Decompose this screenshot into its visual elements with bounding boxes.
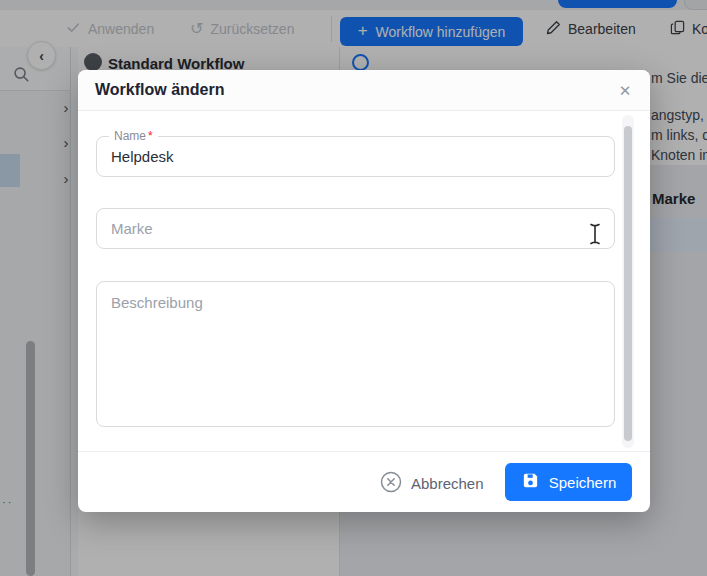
close-icon[interactable]: ✕	[614, 80, 636, 102]
edit-workflow-dialog: Workflow ändern ✕ Name* Abbrechen	[78, 70, 650, 512]
required-asterisk: *	[148, 129, 153, 143]
cancel-label: Abbrechen	[411, 475, 484, 492]
dialog-footer: Abbrechen Speichern	[78, 451, 650, 513]
save-label: Speichern	[549, 474, 617, 491]
name-field[interactable]: Name*	[96, 136, 615, 177]
description-input[interactable]	[97, 282, 614, 426]
save-floppy-icon	[521, 471, 540, 493]
cancel-circle-x-icon	[380, 471, 402, 496]
description-field[interactable]	[96, 281, 615, 427]
brand-field[interactable]	[96, 208, 615, 249]
app-screen: Anwenden ↺ Zurücksetzen + Workflow hinzu…	[0, 0, 707, 576]
dialog-header: Workflow ändern ✕	[78, 70, 650, 111]
text-cursor-icon	[588, 222, 602, 250]
dialog-title: Workflow ändern	[95, 81, 225, 99]
name-field-label: Name*	[109, 129, 158, 144]
cancel-button[interactable]: Abbrechen	[380, 471, 484, 495]
save-button[interactable]: Speichern	[505, 463, 632, 501]
name-input[interactable]	[97, 137, 614, 176]
dialog-scrollbar-track[interactable]	[622, 115, 634, 448]
brand-input[interactable]	[97, 209, 614, 248]
dialog-scrollbar-thumb[interactable]	[624, 126, 632, 441]
